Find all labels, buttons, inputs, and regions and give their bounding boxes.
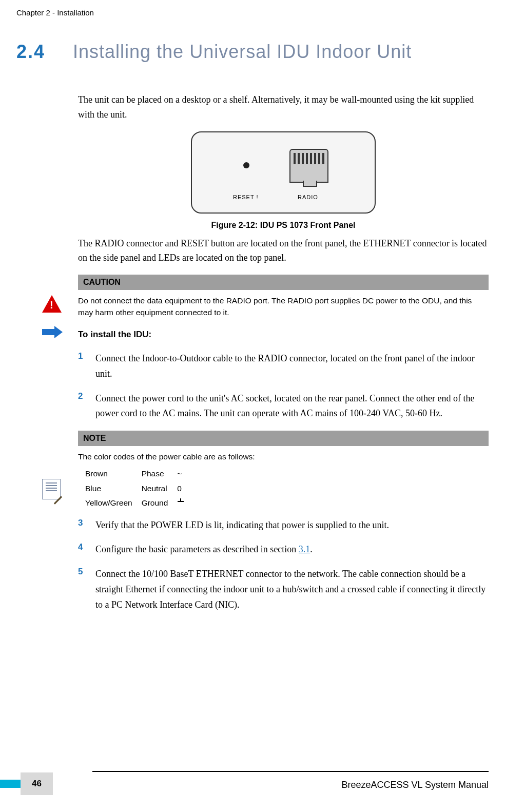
install-heading: To install the IDU:	[78, 330, 489, 340]
step-number: 1	[78, 351, 95, 381]
footer-rule	[92, 771, 489, 772]
reset-label: RESET !	[233, 194, 259, 200]
step-5: 5 Connect the 10/100 BaseT ETHERNET conn…	[78, 567, 489, 612]
step-number: 4	[78, 542, 95, 557]
reset-button-graphic	[243, 162, 249, 168]
cell-color: Brown	[85, 467, 142, 481]
section-heading: 2.4 Installing the Universal IDU Indoor …	[16, 41, 489, 63]
accent-bar	[0, 780, 21, 788]
step-text: Connect the power cord to the unit's AC …	[95, 391, 489, 421]
step-1: 1 Connect the Indoor-to-Outdoor cable to…	[78, 351, 489, 381]
table-row: Brown Phase ~	[85, 467, 193, 481]
page-number: 46	[21, 772, 53, 795]
cell-name: Neutral	[142, 481, 178, 496]
radio-port-graphic	[289, 149, 328, 183]
caution-icon: !	[42, 295, 64, 313]
color-code-table: Brown Phase ~ Blue Neutral 0 Yellow/Gree…	[85, 467, 193, 510]
intro-paragraph: The unit can be placed on a desktop or a…	[78, 92, 489, 122]
cell-name: Phase	[142, 467, 178, 481]
step4-post: .	[310, 544, 313, 554]
step-number: 2	[78, 391, 95, 421]
step-text: Connect the Indoor-to-Outdoor cable to t…	[95, 351, 489, 381]
step-4: 4 Configure the basic parameters as desc…	[78, 542, 489, 557]
cell-color: Yellow/Green	[85, 496, 142, 510]
cell-symbol: ~	[177, 467, 193, 481]
step-2: 2 Connect the power cord to the unit's A…	[78, 391, 489, 421]
cell-symbol	[177, 496, 193, 510]
note-title: NOTE	[78, 431, 489, 446]
footer-manual-title: BreezeACCESS VL System Manual	[342, 780, 489, 790]
radio-label: RADIO	[298, 194, 318, 200]
step-text: Configure the basic parameters as descri…	[95, 542, 313, 557]
caution-title: CAUTION	[78, 275, 489, 290]
figure-caption: Figure 2-12: IDU PS 1073 Front Panel	[78, 221, 489, 230]
table-row: Blue Neutral 0	[85, 481, 193, 496]
step-text: Connect the 10/100 BaseT ETHERNET connec…	[95, 567, 489, 612]
section-link[interactable]: 3.1	[299, 544, 310, 554]
note-body: The color codes of the power cable are a…	[78, 446, 489, 518]
note-icon	[42, 479, 64, 499]
body-column: The unit can be placed on a desktop or a…	[78, 92, 489, 622]
page-number-block: 46	[0, 772, 53, 796]
cell-symbol: 0	[177, 481, 193, 496]
cell-color: Blue	[85, 481, 142, 496]
step-number: 5	[78, 567, 95, 612]
post-figure-paragraph: The RADIO connector and RESET button are…	[78, 236, 489, 266]
arrow-icon	[42, 326, 64, 338]
table-row: Yellow/Green Ground	[85, 496, 193, 510]
step-number: 3	[78, 518, 95, 533]
step-text: Verify that the POWER LED is lit, indica…	[95, 518, 389, 533]
ground-icon	[177, 498, 184, 506]
step4-pre: Configure the basic parameters as descri…	[95, 544, 299, 554]
chapter-header: Chapter 2 - Installation	[16, 8, 94, 17]
caution-body: Do not connect the data equipment to the…	[78, 290, 489, 321]
section-number: 2.4	[16, 41, 73, 63]
cell-name: Ground	[142, 496, 178, 510]
section-title: Installing the Universal IDU Indoor Unit	[73, 41, 412, 63]
device-illustration: RESET ! RADIO	[191, 131, 376, 214]
figure: RESET ! RADIO Figure 2-12: IDU PS 1073 F…	[78, 131, 489, 230]
step-3: 3 Verify that the POWER LED is lit, indi…	[78, 518, 489, 533]
note-intro: The color codes of the power cable are a…	[78, 451, 489, 462]
